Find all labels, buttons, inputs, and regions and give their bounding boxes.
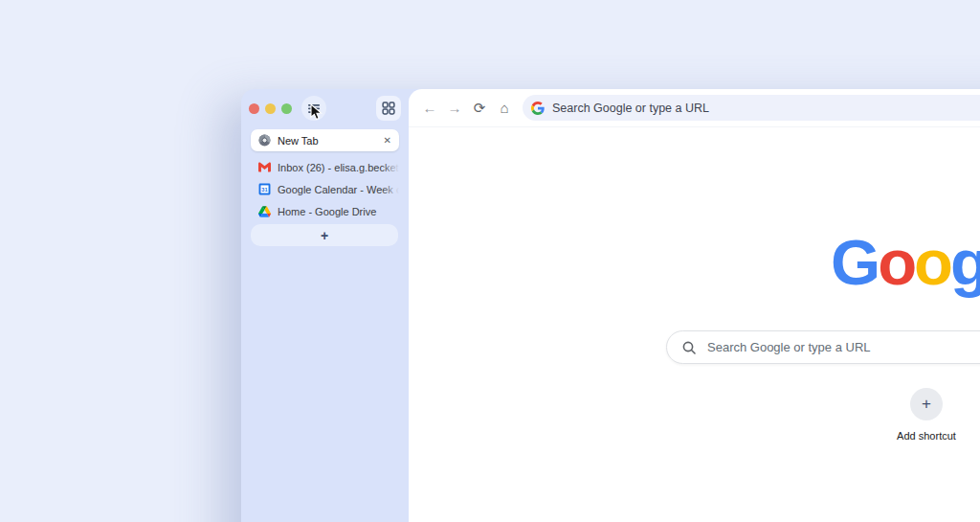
add-shortcut-label: Add shortcut bbox=[893, 430, 960, 442]
tab-grid-button[interactable] bbox=[376, 96, 401, 121]
tab-row-gmail[interactable]: Inbox (26) - elisa.g.beckett@g bbox=[251, 156, 399, 178]
vertical-tabs-sidebar: New Tab ✕ Inbox (26) - elisa.g.beckett@g… bbox=[241, 89, 409, 522]
tab-list-icon bbox=[307, 102, 321, 115]
google-calendar-icon: 31 bbox=[258, 183, 271, 195]
omnibox-input[interactable] bbox=[552, 102, 980, 115]
window-controls bbox=[249, 103, 292, 114]
tab-title: Home - Google Drive bbox=[278, 206, 376, 217]
tab-title: Inbox (26) - elisa.g.beckett@g bbox=[278, 162, 399, 173]
logo-letter: G bbox=[831, 226, 878, 298]
tab-row-calendar[interactable]: 31 Google Calendar - Week of Ma bbox=[251, 178, 399, 200]
new-tab-page: Google + Add shortcut bbox=[409, 127, 980, 522]
browser-window: New Tab ✕ Inbox (26) - elisa.g.beckett@g… bbox=[241, 89, 980, 522]
maximize-window-button[interactable] bbox=[281, 103, 292, 114]
search-icon bbox=[681, 340, 697, 355]
tab-title: Google Calendar - Week of Ma bbox=[278, 184, 399, 195]
ntp-search-input[interactable] bbox=[707, 340, 980, 354]
add-shortcut-plus-icon[interactable]: + bbox=[910, 388, 943, 420]
home-icon[interactable]: ⌂ bbox=[492, 96, 517, 121]
google-drive-icon bbox=[258, 206, 271, 217]
omnibox[interactable] bbox=[523, 95, 980, 121]
chrome-icon bbox=[258, 134, 271, 147]
logo-letter: o bbox=[878, 226, 914, 298]
svg-text:31: 31 bbox=[261, 187, 267, 193]
close-window-button[interactable] bbox=[249, 103, 259, 114]
tab-title: New Tab bbox=[278, 135, 377, 147]
gmail-icon bbox=[258, 161, 271, 173]
grid-icon bbox=[382, 102, 395, 115]
logo-letter: o bbox=[914, 226, 950, 298]
add-shortcut[interactable]: + Add shortcut bbox=[893, 388, 960, 442]
google-g-icon bbox=[531, 102, 545, 115]
reload-icon[interactable]: ⟳ bbox=[467, 96, 492, 121]
new-tab-button[interactable]: + bbox=[251, 224, 398, 246]
forward-icon[interactable]: → bbox=[442, 96, 467, 121]
ntp-search-box[interactable] bbox=[666, 330, 980, 364]
desktop: { "sidebar": { "active_tab": { "title": … bbox=[0, 0, 980, 522]
logo-letter: g bbox=[950, 226, 980, 298]
sidebar-header bbox=[241, 89, 409, 127]
close-tab-icon[interactable]: ✕ bbox=[384, 136, 391, 146]
active-tab-new-tab[interactable]: New Tab ✕ bbox=[251, 129, 399, 151]
back-icon[interactable]: ← bbox=[417, 96, 442, 121]
minimize-window-button[interactable] bbox=[265, 103, 276, 114]
browser-main: ← → ⟳ ⌂ Google bbox=[409, 89, 980, 522]
google-logo: Google bbox=[831, 225, 980, 299]
sidebar-toggle-button[interactable] bbox=[301, 96, 326, 121]
browser-toolbar: ← → ⟳ ⌂ bbox=[409, 89, 980, 127]
tab-row-drive[interactable]: Home - Google Drive bbox=[251, 200, 399, 222]
